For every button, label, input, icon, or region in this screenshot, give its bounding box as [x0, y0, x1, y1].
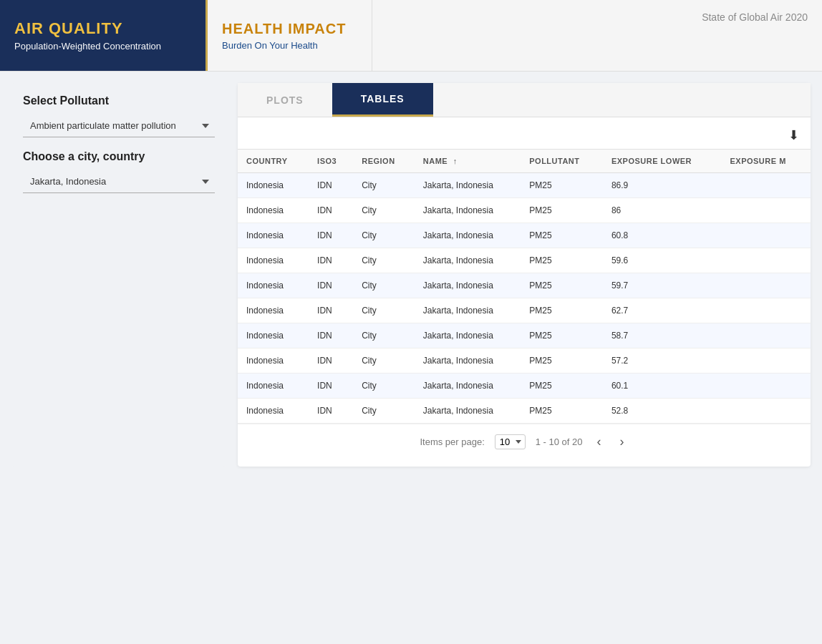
cell-pollutant: PM25 [521, 298, 603, 323]
table-row: IndonesiaIDNCityJakarta, IndonesiaPM2559… [238, 273, 811, 298]
cell-region: City [353, 298, 415, 323]
table-header: COUNTRY ISO3 REGION NAME ↑ POLLUTANT EXP… [238, 150, 811, 173]
cell-pollutant: PM25 [521, 374, 603, 399]
cell-pollutant: PM25 [521, 273, 603, 298]
health-impact-title: HEALTH IMPACT [222, 21, 357, 37]
cell-name: Jakarta, Indonesia [415, 173, 521, 198]
cell-region: City [353, 399, 415, 424]
items-per-page-select[interactable]: 5102050 [495, 434, 526, 449]
cell-name: Jakarta, Indonesia [415, 273, 521, 298]
cell-country: Indonesia [238, 173, 309, 198]
cell-name: Jakarta, Indonesia [415, 374, 521, 399]
cell-exposure_lower: 86 [603, 198, 722, 223]
cell-exposure_m [721, 223, 811, 248]
table-row: IndonesiaIDNCityJakarta, IndonesiaPM2559… [238, 248, 811, 273]
header-brand-area: State of Global Air 2020 [372, 0, 822, 71]
air-quality-subtitle: Population-Weighted Concentration [14, 41, 191, 52]
cell-exposure_m [721, 173, 811, 198]
cell-name: Jakarta, Indonesia [415, 198, 521, 223]
cell-region: City [353, 248, 415, 273]
table-row: IndonesiaIDNCityJakarta, IndonesiaPM2560… [238, 223, 811, 248]
cell-pollutant: PM25 [521, 399, 603, 424]
air-quality-title: AIR QUALITY [14, 19, 191, 38]
cell-exposure_m [721, 374, 811, 399]
table-row: IndonesiaIDNCityJakarta, IndonesiaPM2560… [238, 374, 811, 399]
cell-iso3: IDN [309, 298, 353, 323]
pagination-next-button[interactable]: › [616, 433, 629, 451]
city-section-title: Choose a city, country [23, 150, 215, 163]
cell-pollutant: PM25 [521, 173, 603, 198]
sort-icon: ↑ [453, 157, 458, 165]
cell-exposure_lower: 60.8 [603, 223, 722, 248]
pagination-bar: Items per page: 5102050 1 - 10 of 20 ‹ › [238, 424, 811, 459]
health-impact-subtitle: Burden On Your Health [222, 40, 357, 51]
cell-country: Indonesia [238, 273, 309, 298]
cell-exposure_lower: 59.7 [603, 273, 722, 298]
cell-pollutant: PM25 [521, 223, 603, 248]
cell-pollutant: PM25 [521, 248, 603, 273]
table-header-row: COUNTRY ISO3 REGION NAME ↑ POLLUTANT EXP… [238, 150, 811, 173]
cell-iso3: IDN [309, 323, 353, 348]
cell-exposure_m [721, 273, 811, 298]
items-per-page-label: Items per page: [420, 436, 484, 447]
col-iso3: ISO3 [309, 150, 353, 173]
table-row: IndonesiaIDNCityJakarta, IndonesiaPM2558… [238, 323, 811, 348]
cell-exposure_lower: 60.1 [603, 374, 722, 399]
cell-exposure_lower: 62.7 [603, 298, 722, 323]
cell-name: Jakarta, Indonesia [415, 223, 521, 248]
table-body: IndonesiaIDNCityJakarta, IndonesiaPM2586… [238, 173, 811, 424]
cell-iso3: IDN [309, 399, 353, 424]
health-impact-tab[interactable]: HEALTH IMPACT Burden On Your Health [208, 0, 372, 71]
pagination-prev-button[interactable]: ‹ [593, 433, 606, 451]
pollutant-section-title: Select Pollutant [23, 94, 215, 107]
tab-plots[interactable]: PLOTS [238, 83, 332, 117]
cell-country: Indonesia [238, 323, 309, 348]
cell-iso3: IDN [309, 348, 353, 374]
pagination-info: 1 - 10 of 20 [536, 436, 583, 447]
table-toolbar: ⬇ [238, 125, 811, 149]
cell-country: Indonesia [238, 348, 309, 374]
cell-iso3: IDN [309, 223, 353, 248]
city-select[interactable]: Jakarta, IndonesiaBeijing, ChinaDelhi, I… [23, 170, 215, 193]
cell-exposure_lower: 86.9 [603, 173, 722, 198]
cell-iso3: IDN [309, 248, 353, 273]
col-pollutant: POLLUTANT [521, 150, 603, 173]
tabs-bar: PLOTS TABLES [238, 83, 811, 117]
cell-country: Indonesia [238, 298, 309, 323]
col-name[interactable]: NAME ↑ [415, 150, 521, 173]
cell-name: Jakarta, Indonesia [415, 399, 521, 424]
table-scroll-container[interactable]: COUNTRY ISO3 REGION NAME ↑ POLLUTANT EXP… [238, 149, 811, 424]
table-row: IndonesiaIDNCityJakarta, IndonesiaPM2562… [238, 298, 811, 323]
pollutant-select[interactable]: Ambient particulate matter pollutionOzon… [23, 114, 215, 137]
cell-iso3: IDN [309, 273, 353, 298]
cell-exposure_m [721, 399, 811, 424]
table-row: IndonesiaIDNCityJakarta, IndonesiaPM2552… [238, 399, 811, 424]
cell-exposure_m [721, 323, 811, 348]
cell-exposure_lower: 52.8 [603, 399, 722, 424]
col-exposure-m: EXPOSURE M [721, 150, 811, 173]
data-table: COUNTRY ISO3 REGION NAME ↑ POLLUTANT EXP… [238, 150, 811, 424]
cell-iso3: IDN [309, 374, 353, 399]
cell-exposure_lower: 58.7 [603, 323, 722, 348]
main-layout: Select Pollutant Ambient particulate mat… [0, 72, 822, 478]
cell-pollutant: PM25 [521, 323, 603, 348]
cell-country: Indonesia [238, 374, 309, 399]
cell-name: Jakarta, Indonesia [415, 298, 521, 323]
cell-country: Indonesia [238, 223, 309, 248]
download-button[interactable]: ⬇ [788, 127, 799, 143]
air-quality-tab[interactable]: AIR QUALITY Population-Weighted Concentr… [0, 0, 208, 71]
cell-exposure_m [721, 248, 811, 273]
col-exposure-lower: EXPOSURE LOWER [603, 150, 722, 173]
tab-tables[interactable]: TABLES [332, 83, 433, 117]
cell-region: City [353, 273, 415, 298]
cell-pollutant: PM25 [521, 198, 603, 223]
cell-exposure_m [721, 198, 811, 223]
cell-region: City [353, 198, 415, 223]
cell-region: City [353, 323, 415, 348]
cell-exposure_lower: 59.6 [603, 248, 722, 273]
cell-region: City [353, 374, 415, 399]
cell-exposure_m [721, 298, 811, 323]
cell-iso3: IDN [309, 173, 353, 198]
cell-exposure_lower: 57.2 [603, 348, 722, 374]
cell-pollutant: PM25 [521, 348, 603, 374]
